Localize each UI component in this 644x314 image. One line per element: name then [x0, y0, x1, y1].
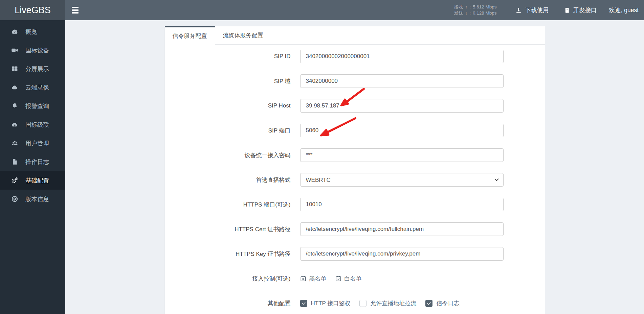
- access-control-label: 接入控制(可选): [165, 275, 291, 283]
- https-cert-label: HTTPS Cert 证书路径: [165, 225, 291, 233]
- hamburger-icon: [72, 7, 79, 8]
- network-stats: 接收 ↑ : 5.612 Mbps 发送 ↓ : 0.128 Mbps: [454, 4, 496, 16]
- sidebar-item-cloud-record[interactable]: 云端录像: [0, 78, 65, 97]
- sidebar-item-gb-devices[interactable]: 国标设备: [0, 41, 65, 59]
- download-icon: [515, 7, 522, 14]
- calendar-x-icon: [300, 275, 306, 282]
- checkbox-checked-icon: [425, 300, 432, 307]
- form-row: SIP 端口: [165, 124, 545, 137]
- form-row: SIP 域: [165, 74, 545, 88]
- checkbox-unchecked-icon: [359, 300, 367, 307]
- sidebar-item-split-screen[interactable]: 分屏展示: [0, 59, 65, 78]
- users-icon: [11, 140, 18, 147]
- cloud-icon: [11, 84, 18, 91]
- preferred-format-select[interactable]: WEBRTC: [300, 173, 504, 187]
- sip-id-label: SIP ID: [165, 53, 291, 60]
- other-config-label: 其他配置: [165, 299, 291, 307]
- http-auth-checkbox[interactable]: HTTP 接口鉴权: [300, 299, 351, 307]
- user-welcome[interactable]: 欢迎, guest: [609, 6, 639, 14]
- sip-domain-label: SIP 域: [165, 77, 291, 85]
- form-row: HTTPS Key 证书路径: [165, 247, 545, 261]
- whitelist-link[interactable]: 白名单: [335, 275, 362, 283]
- file-icon: [11, 158, 18, 165]
- sip-host-label: SIP Host: [165, 102, 291, 109]
- blacklist-link[interactable]: 黑名单: [300, 275, 327, 283]
- form-row: SIP ID: [165, 50, 545, 63]
- form-row: HTTPS Cert 证书路径: [165, 222, 545, 236]
- tab-media-service-config[interactable]: 流媒体服务配置: [215, 26, 271, 44]
- info-icon: [11, 195, 18, 202]
- https-port-label: HTTPS 端口(可选): [165, 201, 291, 209]
- tx-label: 发送: [454, 10, 463, 16]
- api-docs-link[interactable]: 开发接口: [563, 6, 597, 14]
- sidebar-item-user-management[interactable]: 用户管理: [0, 134, 65, 152]
- tab-signal-service-config[interactable]: 信令服务配置: [165, 26, 215, 45]
- https-cert-input[interactable]: [300, 222, 504, 236]
- dashboard-icon: [11, 28, 18, 35]
- sidebar-item-operation-log[interactable]: 操作日志: [0, 152, 65, 171]
- sip-port-input[interactable]: [300, 124, 504, 137]
- sidebar-item-alarm-query[interactable]: 报警查询: [0, 97, 65, 115]
- sidebar: 概览 国标设备 分屏展示 云端录像 报警查询 国标级联 用户管理 操作日志: [0, 20, 65, 314]
- bell-icon: [11, 102, 18, 110]
- form-row: 设备统一接入密码: [165, 148, 545, 162]
- calendar-check-icon: [335, 275, 341, 282]
- gears-icon: [11, 177, 18, 184]
- https-port-input[interactable]: [300, 198, 504, 211]
- sidebar-toggle-button[interactable]: [65, 0, 85, 20]
- camera-icon: [11, 47, 18, 54]
- checkbox-checked-icon: [300, 300, 307, 307]
- signal-config-form: SIP ID SIP 域 SIP Host SIP 端口 设备统一接入密码 首选: [165, 45, 545, 310]
- sip-id-input[interactable]: [300, 50, 504, 63]
- config-card: 信令服务配置 流媒体服务配置 SIP ID SIP 域 SIP Host SIP…: [165, 26, 545, 314]
- signal-log-checkbox[interactable]: 信令日志: [425, 299, 459, 307]
- up-arrow-icon: ↑: [465, 4, 467, 10]
- cloud-upload-icon: [11, 121, 18, 128]
- config-tabs: 信令服务配置 流媒体服务配置: [165, 26, 545, 45]
- https-key-input[interactable]: [300, 247, 504, 261]
- sidebar-item-version-info[interactable]: 版本信息: [0, 190, 65, 208]
- download-link[interactable]: 下载使用: [515, 6, 549, 14]
- sidebar-item-basic-config[interactable]: 基础配置: [0, 171, 65, 190]
- top-navbar: LiveGBS 接收 ↑ : 5.612 Mbps 发送 ↓ : 0.128 M…: [0, 0, 644, 20]
- form-row: HTTPS 端口(可选): [165, 198, 545, 211]
- form-row: 其他配置 HTTP 接口鉴权 允许直播地址拉流: [165, 296, 545, 310]
- form-row: SIP Host: [165, 99, 545, 113]
- form-row: 首选直播格式 WEBRTC: [165, 173, 545, 187]
- tx-value: 0.128 Mbps: [473, 10, 497, 16]
- app-logo: LiveGBS: [0, 0, 65, 20]
- form-row: 接入控制(可选) 黑名单 白名单: [165, 272, 545, 285]
- device-password-input[interactable]: [300, 148, 504, 162]
- allow-pull-stream-checkbox[interactable]: 允许直播地址拉流: [359, 299, 416, 307]
- device-password-label: 设备统一接入密码: [165, 151, 291, 159]
- main-content: 信令服务配置 流媒体服务配置 SIP ID SIP 域 SIP Host SIP…: [65, 20, 644, 314]
- grid-icon: [11, 65, 18, 72]
- rx-label: 接收: [454, 4, 463, 10]
- preferred-format-label: 首选直播格式: [165, 176, 291, 184]
- sidebar-item-gb-cascade[interactable]: 国标级联: [0, 115, 65, 134]
- sidebar-item-overview[interactable]: 概览: [0, 22, 65, 41]
- rx-value: 5.612 Mbps: [473, 4, 497, 10]
- sip-host-input[interactable]: [300, 99, 504, 113]
- https-key-label: HTTPS Key 证书路径: [165, 250, 291, 258]
- sip-domain-input[interactable]: [300, 74, 504, 88]
- sip-port-label: SIP 端口: [165, 127, 291, 135]
- down-arrow-icon: ↓: [465, 10, 467, 16]
- book-icon: [563, 7, 570, 14]
